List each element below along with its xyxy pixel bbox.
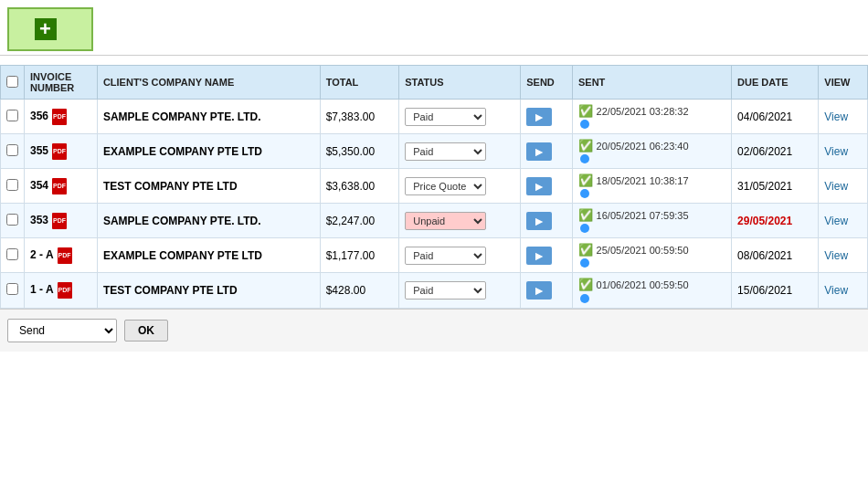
view-cell: View <box>819 134 868 169</box>
company-name: TEST COMPANY PTE LTD <box>103 180 238 193</box>
view-cell: View <box>819 238 868 273</box>
status-cell: PaidUnpaidPrice Quote <box>399 273 521 308</box>
view-cell: View <box>819 169 868 204</box>
col-inv-num: INVOICENUMBER <box>25 66 98 100</box>
due-date-cell: 15/06/2021 <box>732 273 819 308</box>
status-select[interactable]: PaidUnpaidPrice Quote <box>405 142 486 161</box>
row-checkbox[interactable] <box>6 144 18 156</box>
view-link[interactable]: View <box>824 215 848 227</box>
send-cell: ► <box>521 273 573 308</box>
select-all-checkbox[interactable] <box>6 76 18 88</box>
company-name: SAMPLE COMPANY PTE. LTD. <box>103 215 261 227</box>
company-name: EXAMPLE COMPANY PTE LTD <box>103 249 262 262</box>
pdf-icon[interactable]: PDF <box>58 247 72 264</box>
company-name-cell: TEST COMPANY PTE LTD <box>97 273 320 308</box>
view-cell: View <box>819 204 868 238</box>
company-name: EXAMPLE COMPANY PTE LTD <box>103 145 262 158</box>
company-name-cell: SAMPLE COMPANY PTE. LTD. <box>97 100 320 134</box>
sent-check-icon: ✅ <box>578 208 597 222</box>
due-date-cell: 31/05/2021 <box>732 169 819 204</box>
invoice-number-cell: 2 - APDF <box>25 238 98 273</box>
sent-date: 25/05/2021 00:59:50 <box>597 245 689 256</box>
sent-date: 01/06/2021 00:59:50 <box>597 279 689 290</box>
due-date-cell: 29/05/2021 <box>732 204 819 238</box>
sent-cell: ✅ 01/06/2021 00:59:50 <box>572 273 731 308</box>
invoice-number: 2 - A <box>30 248 54 261</box>
pdf-icon[interactable]: PDF <box>52 178 67 194</box>
send-button[interactable]: ► <box>526 177 552 195</box>
sent-dot-indicator <box>580 294 589 303</box>
send-button[interactable]: ► <box>526 212 552 230</box>
col-total: TOTAL <box>320 66 399 100</box>
status-select[interactable]: PaidUnpaidPrice Quote <box>405 177 486 195</box>
total-cell: $2,247.00 <box>320 204 399 238</box>
view-link[interactable]: View <box>824 284 848 297</box>
sent-check-icon: ✅ <box>578 278 597 291</box>
due-date-cell: 04/06/2021 <box>732 100 819 134</box>
total-cell: $428.00 <box>320 273 399 308</box>
sent-check-icon: ✅ <box>578 104 597 118</box>
invoice-number-cell: 354PDF <box>25 169 98 204</box>
invoice-number: 354 <box>30 179 48 192</box>
send-button[interactable]: ► <box>526 108 552 126</box>
col-status: STATUS <box>399 66 521 100</box>
row-checkbox[interactable] <box>6 110 18 121</box>
send-button[interactable]: ► <box>526 281 552 300</box>
total-cell: $1,177.00 <box>320 238 399 273</box>
col-sent: SENT <box>572 66 731 100</box>
company-name-cell: TEST COMPANY PTE LTD <box>97 169 320 204</box>
view-link[interactable]: View <box>824 110 848 123</box>
row-checkbox[interactable] <box>6 283 18 295</box>
col-send: SEND <box>521 66 573 100</box>
invoice-number-cell: 353PDF <box>25 204 98 238</box>
send-button[interactable]: ► <box>526 247 552 265</box>
total-cell: $3,638.00 <box>320 169 399 204</box>
invoice-number: 355 <box>30 144 48 157</box>
bulk-action-select[interactable]: SendDeleteMark PaidMark Unpaid <box>7 319 117 342</box>
status-select[interactable]: PaidUnpaidPrice Quote <box>405 212 486 230</box>
view-cell: View <box>819 273 868 308</box>
invoices-title <box>0 56 868 65</box>
sent-dot-indicator <box>580 258 589 268</box>
pdf-icon[interactable]: PDF <box>52 213 67 229</box>
send-cell: ► <box>521 134 573 169</box>
view-link[interactable]: View <box>824 249 848 262</box>
add-new-button[interactable]: + <box>7 7 93 51</box>
pdf-icon[interactable]: PDF <box>52 143 67 160</box>
sent-dot-indicator <box>580 224 589 233</box>
row-checkbox-cell <box>1 169 25 204</box>
view-link[interactable]: View <box>824 180 848 193</box>
status-select[interactable]: PaidUnpaidPrice Quote <box>405 247 486 265</box>
sent-dot-indicator <box>580 120 589 129</box>
status-cell: PaidUnpaidPrice Quote <box>399 134 521 169</box>
row-checkbox-cell <box>1 134 25 169</box>
row-checkbox-cell <box>1 273 25 308</box>
pdf-icon[interactable]: PDF <box>58 282 72 299</box>
status-select[interactable]: PaidUnpaidPrice Quote <box>405 108 486 126</box>
ok-button[interactable]: OK <box>124 320 168 342</box>
send-cell: ► <box>521 204 573 238</box>
sent-date: 20/05/2021 06:23:40 <box>597 141 689 152</box>
view-link[interactable]: View <box>824 145 848 158</box>
bottom-bar: SendDeleteMark PaidMark Unpaid OK <box>0 309 868 352</box>
row-checkbox[interactable] <box>6 214 18 226</box>
table-row: 353PDFSAMPLE COMPANY PTE. LTD.$2,247.00P… <box>1 204 868 238</box>
status-cell: PaidUnpaidPrice Quote <box>399 204 521 238</box>
send-button[interactable]: ► <box>526 142 552 161</box>
due-date-cell: 08/06/2021 <box>732 238 819 273</box>
due-date-cell: 02/06/2021 <box>732 134 819 169</box>
company-name: TEST COMPANY PTE LTD <box>103 284 238 297</box>
invoice-number-cell: 355PDF <box>25 134 98 169</box>
row-checkbox[interactable] <box>6 179 18 191</box>
company-name-cell: EXAMPLE COMPANY PTE LTD <box>97 134 320 169</box>
view-cell: View <box>819 100 868 134</box>
pdf-icon[interactable]: PDF <box>52 109 67 125</box>
header-row: + <box>0 0 868 56</box>
sent-cell: ✅ 20/05/2021 06:23:40 <box>572 134 731 169</box>
status-cell: PaidUnpaidPrice Quote <box>399 100 521 134</box>
send-cell: ► <box>521 100 573 134</box>
table-row: 354PDFTEST COMPANY PTE LTD$3,638.00PaidU… <box>1 169 868 204</box>
row-checkbox[interactable] <box>6 248 18 260</box>
invoice-number: 1 - A <box>30 283 54 296</box>
status-select[interactable]: PaidUnpaidPrice Quote <box>405 281 486 300</box>
